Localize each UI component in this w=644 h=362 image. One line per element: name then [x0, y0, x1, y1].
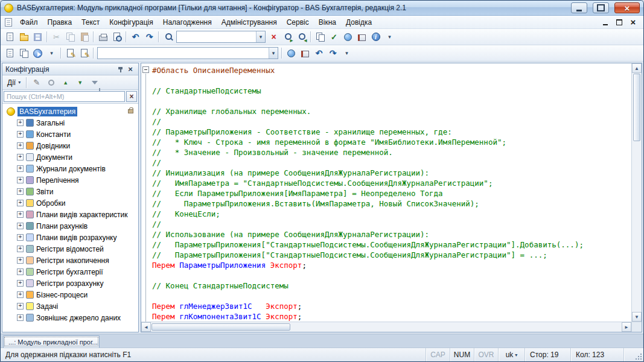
menu-item-4[interactable]: Конфігурація: [104, 16, 158, 28]
previous-bookmark-button[interactable]: [312, 46, 326, 60]
search-combo-dropdown-icon[interactable]: [256, 31, 265, 42]
move-down-button[interactable]: [73, 76, 87, 89]
maximize-button[interactable]: [593, 2, 609, 13]
vertical-scrollbar[interactable]: [631, 63, 642, 322]
expand-plus-icon[interactable]: [17, 200, 24, 206]
tree-item-6[interactable]: Перелічення: [2, 174, 138, 186]
code-area[interactable]: #Область ОписаниеПеременных // Стандартн…: [150, 63, 631, 322]
toolbar-overflow-button[interactable]: [383, 30, 397, 43]
expand-plus-icon[interactable]: [17, 280, 24, 287]
scroll-track[interactable]: [632, 142, 642, 312]
expand-plus-icon[interactable]: [17, 257, 24, 264]
horizontal-scrollbar[interactable]: [141, 322, 631, 332]
scroll-down-icon[interactable]: [632, 312, 642, 322]
collapse-region-icon[interactable]: [142, 66, 149, 73]
tree-item-4[interactable]: Документи: [2, 151, 138, 163]
expand-plus-icon[interactable]: [17, 291, 24, 298]
tree-item-15[interactable]: Регістри розрахунку: [2, 278, 138, 289]
paste-button[interactable]: [77, 30, 91, 43]
expand-plus-icon[interactable]: [17, 188, 24, 195]
menu-item-5[interactable]: Налагодження: [158, 16, 217, 28]
menu-item-2[interactable]: Правка: [43, 16, 77, 28]
goto-definition-button[interactable]: [284, 46, 298, 60]
tree-search-input[interactable]: [4, 91, 125, 102]
clear-tree-search-button[interactable]: [126, 91, 137, 102]
about-button[interactable]: [369, 30, 383, 43]
save-button[interactable]: [31, 30, 45, 43]
expand-plus-icon[interactable]: [17, 234, 24, 241]
expand-plus-icon[interactable]: [17, 246, 24, 252]
keyboard-language-selector[interactable]: uk: [499, 348, 525, 361]
print-button[interactable]: [96, 30, 110, 43]
syntax-help-button[interactable]: [77, 46, 91, 60]
find-button[interactable]: [161, 30, 175, 43]
procedures-combo-input[interactable]: [98, 48, 269, 59]
close-button[interactable]: [614, 2, 640, 13]
menu-item-7[interactable]: Сервіс: [282, 16, 314, 28]
find-prev-button[interactable]: [295, 30, 308, 43]
tree-item-1[interactable]: Загальні: [2, 117, 138, 129]
scroll-right-icon[interactable]: [622, 322, 631, 332]
procedures-combo-dropdown-icon[interactable]: [269, 48, 278, 59]
actions-menu-button[interactable]: Дії: [4, 77, 24, 89]
tree-item-11[interactable]: Плани видів розрахунку: [2, 232, 138, 243]
redo-button[interactable]: [142, 30, 156, 43]
expand-plus-icon[interactable]: [17, 177, 24, 183]
expand-plus-icon[interactable]: [17, 142, 24, 149]
document-window-icon[interactable]: [5, 18, 12, 27]
move-up-button[interactable]: [59, 76, 72, 89]
module-editor[interactable]: #Область ОписаниеПеременных // Стандартн…: [141, 63, 642, 332]
tree-item-3[interactable]: Довідники: [2, 140, 138, 151]
mdi-restore-icon[interactable]: [613, 17, 625, 27]
expand-plus-icon[interactable]: [17, 223, 24, 229]
tree-item-12[interactable]: Регістри відомостей: [2, 243, 138, 255]
tree-item-7[interactable]: Звіти: [2, 186, 138, 197]
menu-item-9[interactable]: Довідка: [341, 16, 377, 28]
windows-grid-button[interactable]: [17, 46, 31, 60]
properties-button[interactable]: [44, 76, 58, 89]
vertical-scroll-thumb[interactable]: [633, 74, 640, 141]
tree-item-8[interactable]: Обробки: [2, 197, 138, 209]
tree-item-16[interactable]: Бізнес-процеси: [2, 289, 138, 300]
mdi-close-icon[interactable]: [627, 17, 639, 27]
new-document-button[interactable]: [3, 30, 17, 43]
expand-plus-icon[interactable]: [17, 165, 24, 172]
tree-item-14[interactable]: Регістри бухгалтерії: [2, 266, 138, 278]
start-debugging-button[interactable]: [31, 46, 45, 60]
tree-item-10[interactable]: Плани рахунків: [2, 220, 138, 232]
scroll-left-icon[interactable]: [141, 322, 151, 332]
close-panel-button[interactable]: [126, 65, 135, 74]
search-combo[interactable]: [176, 31, 266, 43]
mdi-minimize-icon[interactable]: [599, 17, 611, 27]
tree-item-17[interactable]: Задачі: [2, 300, 138, 312]
expand-plus-icon[interactable]: [17, 314, 24, 321]
tree-root-item[interactable]: BASБухгалтерия: [2, 106, 138, 117]
help-index-button[interactable]: [355, 30, 369, 43]
find-next-button[interactable]: [281, 30, 295, 43]
undo-button[interactable]: [129, 30, 142, 43]
tree-item-2[interactable]: Константи: [2, 129, 138, 140]
global-search-button[interactable]: [341, 30, 355, 43]
search-combo-input[interactable]: [177, 31, 256, 42]
copy-button[interactable]: [63, 30, 77, 43]
edit-object-button[interactable]: [30, 76, 43, 89]
next-bookmark-button[interactable]: [326, 46, 340, 60]
properties-button[interactable]: [3, 46, 17, 60]
minimize-button[interactable]: [571, 2, 587, 13]
windows-list-button[interactable]: [313, 30, 327, 43]
expand-plus-icon[interactable]: [17, 268, 24, 275]
menu-item-6[interactable]: Адміністрування: [217, 16, 282, 28]
resize-grip[interactable]: [634, 348, 643, 361]
expand-plus-icon[interactable]: [17, 303, 24, 310]
expand-plus-icon[interactable]: [17, 211, 24, 218]
tab-module[interactable]: ...: Модуль прикладної прог...: [3, 335, 100, 348]
scroll-track[interactable]: [291, 322, 622, 332]
tree-item-5[interactable]: Журнали документів: [2, 163, 138, 174]
procedures-combo[interactable]: [97, 47, 278, 59]
scroll-up-icon[interactable]: [632, 63, 642, 73]
cut-button[interactable]: [49, 30, 63, 43]
print-preview-button[interactable]: [110, 30, 124, 43]
menu-item-1[interactable]: Файл: [15, 16, 43, 28]
menu-item-3[interactable]: Текст: [77, 16, 104, 28]
bookmarks-button[interactable]: [298, 46, 312, 60]
